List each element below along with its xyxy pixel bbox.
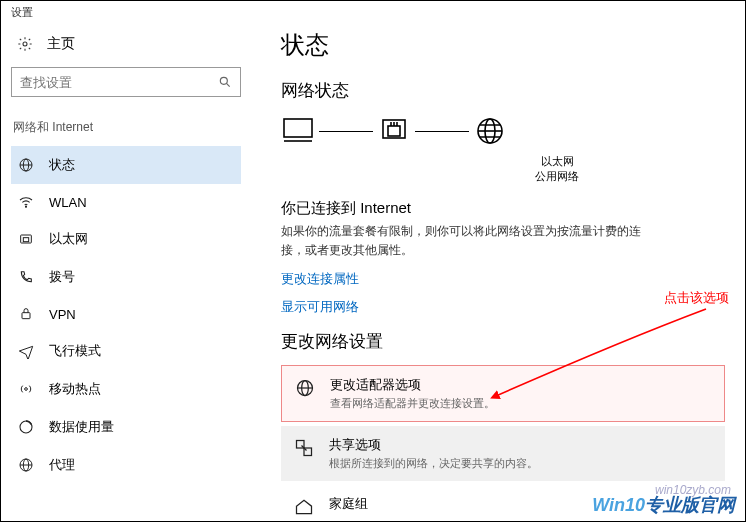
row-title: 家庭组	[329, 495, 368, 513]
globe-icon	[294, 376, 316, 398]
globe-node-icon	[473, 114, 507, 148]
sidebar-section-label: 网络和 Internet	[11, 115, 241, 146]
sidebar-item-label: VPN	[49, 307, 76, 322]
network-diagram	[281, 114, 725, 148]
row-title: 共享选项	[329, 436, 538, 454]
search-input[interactable]	[11, 67, 241, 97]
svg-line-2	[226, 83, 229, 86]
home-button[interactable]: 主页	[11, 27, 241, 67]
sidebar-item-wlan[interactable]: WLAN	[11, 184, 241, 220]
link-change-connection-properties[interactable]: 更改连接属性	[281, 270, 725, 288]
svg-point-0	[23, 42, 27, 46]
row-sharing-options[interactable]: 共享选项 根据所连接到的网络，决定要共享的内容。	[281, 426, 725, 481]
connected-headline: 你已连接到 Internet	[281, 199, 641, 218]
sidebar-item-label: 状态	[49, 156, 75, 174]
svg-rect-18	[388, 126, 400, 136]
sharing-icon	[293, 436, 315, 458]
search-field[interactable]	[20, 75, 218, 90]
gear-icon	[17, 36, 33, 52]
sidebar-item-label: 代理	[49, 456, 75, 474]
annotation-text: 点击该选项	[664, 289, 729, 307]
watermark-brand: Win10专业版官网	[592, 493, 735, 517]
svg-rect-8	[23, 238, 28, 242]
sidebar-item-proxy[interactable]: 代理	[11, 446, 241, 484]
ethernet-node-icon	[377, 114, 411, 148]
proxy-icon	[17, 457, 35, 473]
sidebar-item-data-usage[interactable]: 数据使用量	[11, 408, 241, 446]
sidebar: 主页 网络和 Internet 状态 WLAN 以太网	[1, 27, 251, 521]
sidebar-item-ethernet[interactable]: 以太网	[11, 220, 241, 258]
svg-rect-15	[284, 119, 312, 137]
sidebar-item-vpn[interactable]: VPN	[11, 296, 241, 332]
sidebar-item-label: 数据使用量	[49, 418, 114, 436]
main-panel: 状态 网络状态 以太网 公用网络 你已连接到 Internet 如果你的流量套餐…	[251, 27, 745, 521]
svg-point-1	[220, 77, 227, 84]
sidebar-item-hotspot[interactable]: 移动热点	[11, 370, 241, 408]
data-usage-icon	[17, 419, 35, 435]
network-status-heading: 网络状态	[281, 79, 725, 102]
row-desc: 查看网络适配器并更改连接设置。	[330, 396, 495, 411]
ethernet-icon	[17, 231, 35, 247]
hotspot-icon	[17, 381, 35, 397]
diagram-labels: 以太网 公用网络	[389, 154, 725, 185]
home-icon	[293, 495, 315, 517]
connected-desc: 如果你的流量套餐有限制，则你可以将此网络设置为按流量计费的连接，或者更改其他属性…	[281, 222, 641, 260]
svg-rect-9	[22, 313, 30, 319]
search-icon	[218, 75, 232, 89]
pc-icon	[281, 114, 315, 148]
airplane-icon	[17, 343, 35, 359]
sidebar-item-label: 以太网	[49, 230, 88, 248]
page-title: 状态	[281, 29, 725, 61]
phone-icon	[17, 269, 35, 285]
row-adapter-options[interactable]: 更改适配器选项 查看网络适配器并更改连接设置。	[281, 365, 725, 422]
sidebar-item-label: 飞行模式	[49, 342, 101, 360]
svg-point-6	[25, 206, 26, 207]
row-title: 更改适配器选项	[330, 376, 495, 394]
sidebar-item-status[interactable]: 状态	[11, 146, 241, 184]
vpn-icon	[17, 306, 35, 322]
wifi-icon	[17, 194, 35, 210]
sidebar-item-label: WLAN	[49, 195, 87, 210]
home-label: 主页	[47, 35, 75, 53]
window-title: 设置	[1, 1, 745, 27]
sidebar-item-label: 拨号	[49, 268, 75, 286]
sidebar-item-label: 移动热点	[49, 380, 101, 398]
svg-point-10	[25, 388, 28, 391]
row-desc: 根据所连接到的网络，决定要共享的内容。	[329, 456, 538, 471]
globe-icon	[17, 157, 35, 173]
link-show-available-networks[interactable]: 显示可用网络	[281, 298, 725, 316]
sidebar-item-dialup[interactable]: 拨号	[11, 258, 241, 296]
sidebar-item-airplane[interactable]: 飞行模式	[11, 332, 241, 370]
change-network-settings-heading: 更改网络设置	[281, 330, 725, 353]
